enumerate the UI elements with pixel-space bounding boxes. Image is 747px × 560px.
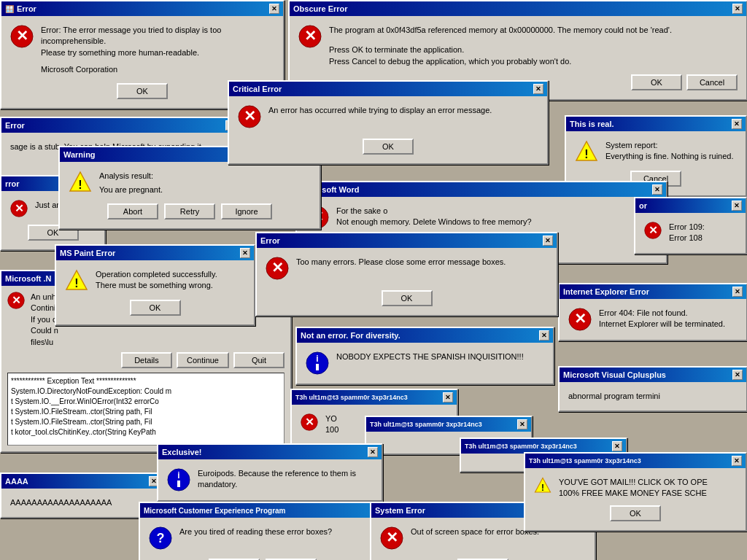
close-btn-error-109[interactable]: ✕ xyxy=(732,201,742,211)
ms-visual-dialog: Microsoft Visual Cplusplus ✕ abnormal pr… xyxy=(558,366,747,412)
error-icon-middle: ✕ xyxy=(266,257,289,280)
titlebar-ms-customer[interactable]: Microsoft Customer Experience Program ✕ xyxy=(140,503,385,518)
abort-btn-warning[interactable]: Abort xyxy=(107,203,158,219)
close-btn-exclusive[interactable]: ✕ xyxy=(368,447,378,457)
titlebar-critical-error[interactable]: Critical Error ✕ xyxy=(229,82,547,96)
svg-text:✕: ✕ xyxy=(244,108,256,124)
error-middle-dialog: Error ✕ ✕ Too many errors. Please close … xyxy=(255,232,558,316)
titlebar-ms-visual[interactable]: Microsoft Visual Cplusplus ✕ xyxy=(560,368,746,382)
error-msg1-top-left: Error: The error message you tried to di… xyxy=(41,25,274,47)
close-btn-spam4[interactable]: ✕ xyxy=(732,456,742,466)
titlebar-error-top-left[interactable]: 🪟 Error ✕ xyxy=(1,1,283,16)
titlebar-error-109[interactable]: or ✕ xyxy=(635,198,746,213)
quit-btn-dotnet[interactable]: Quit xyxy=(233,352,285,368)
titlebar-spam4[interactable]: T3h ult1m@t3 spamm0r 3xp3r14nc3 ✕ xyxy=(525,454,746,468)
error-icon-obscure: ✕ xyxy=(298,25,322,48)
titlebar-not-an-error[interactable]: Not an error. For diversity. ✕ xyxy=(297,328,553,343)
error-icon-top-left: ✕ xyxy=(10,25,34,48)
close-btn-ms-word[interactable]: ✕ xyxy=(652,184,662,195)
error-middle-msg: Too many errors. Please close some error… xyxy=(296,257,506,268)
spam4-msg2: 100% FREE MAKE MONEY FASE SCHE xyxy=(559,488,708,499)
exclusive-dialog: Exclusive! ✕ i Euroipods. Because the re… xyxy=(157,443,383,502)
titlebar-stub-error[interactable]: Error ✕ xyxy=(1,118,239,133)
titlebar-spam3[interactable]: T3h ult1m@t3 spamm0r 3xp3r14nc3 ✕ xyxy=(461,439,626,454)
ms-paint-error-dialog: MS Paint Error ✕ ! Operation completed s… xyxy=(55,244,255,326)
ms-word-msg2: Not enough memory. Delete Windows to fre… xyxy=(336,217,532,228)
close-btn-spam3[interactable]: ✕ xyxy=(612,441,622,451)
svg-rect-22 xyxy=(316,364,319,370)
ok-btn-spam4[interactable]: OK xyxy=(610,505,661,521)
svg-text:✕: ✕ xyxy=(649,224,658,236)
close-btn-obscure-error[interactable]: ✕ xyxy=(732,4,743,14)
ms-paint-msg1: Operation completed successfully. xyxy=(96,269,217,280)
warn-icon-warning: ! xyxy=(69,171,92,194)
close-btn-ms-paint[interactable]: ✕ xyxy=(240,248,250,258)
close-btn-spam1[interactable]: ✕ xyxy=(443,392,453,402)
ms-customer-msg: Are you tired of reading these error box… xyxy=(179,526,332,537)
close-btn-not-an-error[interactable]: ✕ xyxy=(539,330,549,341)
ie-error-msg1: Error 404: File not found. xyxy=(599,308,725,319)
title-spam2: T3h ult1m@t3 spamm0r 3xp3r14nc3 xyxy=(370,421,482,428)
continue-btn-dotnet[interactable]: Continue xyxy=(177,352,229,368)
titlebar-error-middle[interactable]: Error ✕ xyxy=(257,233,557,248)
ok-btn-error-top-left[interactable]: OK xyxy=(117,83,168,99)
warn-icon-ms-paint: ! xyxy=(65,269,88,292)
svg-text:✕: ✕ xyxy=(16,28,28,44)
ms-customer-dialog: Microsoft Customer Experience Program ✕ … xyxy=(139,502,387,560)
obscure-msg3: Press Cancel to debug the application, w… xyxy=(329,56,672,67)
titlebar-spam2[interactable]: T3h ult1m@t3 spamm0r 3xp3r14nc3 ✕ xyxy=(366,417,531,432)
error-icon-system: ✕ xyxy=(380,526,403,550)
system-error-msg: Out of screen space for error boxes. xyxy=(411,526,539,537)
title-error-109: or xyxy=(639,201,647,210)
titlebar-ie-error[interactable]: Internet Explorer Error ✕ xyxy=(560,284,746,299)
svg-rect-33 xyxy=(177,481,180,487)
ok-btn-critical[interactable]: OK xyxy=(363,139,414,155)
error-109-msg1: Error 109: xyxy=(669,222,705,233)
svg-text:✕: ✕ xyxy=(271,260,284,276)
error-icon-ie: ✕ xyxy=(568,308,592,331)
cancel-btn-obscure[interactable]: Cancel xyxy=(686,74,738,90)
titlebar-obscure-error[interactable]: Obscure Error ✕ xyxy=(290,1,746,16)
svg-text:✕: ✕ xyxy=(386,529,398,545)
title-spam1: T3h ult1m@t3 spamm0r 3xp3r14nc3 xyxy=(295,394,408,401)
close-btn-spam2[interactable]: ✕ xyxy=(517,419,527,429)
titlebar-spam1[interactable]: T3h ult1m@t3 spamm0r 3xp3r14nc3 ✕ xyxy=(292,390,457,405)
details-btn-dotnet[interactable]: Details xyxy=(121,352,172,368)
question-icon-ms-customer: ? xyxy=(149,526,172,550)
error-icon-just: ✕ xyxy=(10,200,28,217)
error-icon-critical: ✕ xyxy=(238,105,261,128)
svg-text:✕: ✕ xyxy=(304,28,317,44)
close-btn-ms-visual[interactable]: ✕ xyxy=(732,370,743,380)
titlebar-this-is-real[interactable]: This is real. ✕ xyxy=(566,117,746,131)
titlebar-aaaa[interactable]: AAAA ✕ xyxy=(1,474,163,489)
title-spam3: T3h ult1m@t3 spamm0r 3xp3r14nc3 xyxy=(465,443,577,450)
ms-paint-msg2: There must be something wrong. xyxy=(96,280,217,291)
error-msg2-top-left: Please try something more human-readable… xyxy=(41,47,274,58)
title-ms-visual: Microsoft Visual Cplusplus xyxy=(563,370,666,379)
titlebar-exclusive[interactable]: Exclusive! ✕ xyxy=(158,445,382,459)
close-btn-ie-error[interactable]: ✕ xyxy=(732,287,743,297)
title-error-top-left: Error xyxy=(17,4,36,13)
warning-msg2: You are pregnant. xyxy=(99,184,163,195)
close-btn-error-top-left[interactable]: ✕ xyxy=(269,4,279,14)
close-btn-error-middle[interactable]: ✕ xyxy=(543,236,553,246)
ok-btn-ms-paint[interactable]: OK xyxy=(130,300,181,316)
titlebar-ms-paint[interactable]: MS Paint Error ✕ xyxy=(56,246,254,260)
retry-btn-warning[interactable]: Retry xyxy=(164,203,215,219)
obscure-msg1: The program at 0x0f43df5a referenced mem… xyxy=(329,25,672,36)
ok-btn-obscure[interactable]: OK xyxy=(631,74,682,90)
title-exclusive: Exclusive! xyxy=(162,448,201,456)
ignore-btn-warning[interactable]: Ignore xyxy=(221,203,272,219)
ie-error-dialog: Internet Explorer Error ✕ ✕ Error 404: F… xyxy=(558,283,747,341)
close-btn-critical-error[interactable]: ✕ xyxy=(533,84,543,94)
warn-icon-this-is-real: ! xyxy=(575,140,598,163)
error-icon-spam1: ✕ xyxy=(301,413,318,431)
ie-error-msg2: Internet Explorer will be terminated. xyxy=(599,319,725,330)
obscure-msg2: Press OK to terminate the application. xyxy=(329,44,672,55)
titlebar-ms-word[interactable]: Microsoft Word ✕ xyxy=(297,182,666,197)
title-system-error: System Error xyxy=(375,506,425,515)
title-aaaa: AAAA xyxy=(5,477,28,486)
svg-text:✕: ✕ xyxy=(305,416,314,428)
ok-btn-error-middle[interactable]: OK xyxy=(382,290,433,306)
close-btn-this-is-real[interactable]: ✕ xyxy=(732,119,742,129)
